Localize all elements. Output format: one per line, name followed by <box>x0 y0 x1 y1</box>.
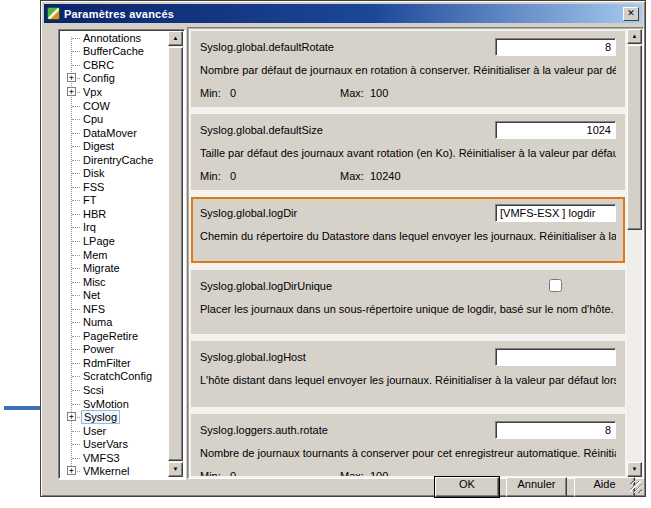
tree-item-uservars[interactable]: UserVars <box>59 437 168 451</box>
tree-item-label[interactable]: FSS <box>81 181 106 193</box>
min-label: Min: <box>200 470 230 476</box>
tree-item-label[interactable]: Misc <box>81 276 108 288</box>
setting-value-input[interactable] <box>495 348 616 366</box>
tree-item-label[interactable]: HBR <box>81 208 108 220</box>
tree-item-label[interactable]: Cpu <box>81 113 105 125</box>
tree-item-label[interactable]: Scsi <box>81 384 106 396</box>
tree-item-migrate[interactable]: Migrate <box>59 261 168 275</box>
tree-item-label[interactable]: Syslog <box>81 410 120 424</box>
tree-item-digest[interactable]: Digest <box>59 139 168 153</box>
setting-name: Syslog.global.logDir <box>200 204 297 219</box>
tree-item-vmkernel[interactable]: + VMkernel <box>59 465 168 478</box>
tree-item-direntrycache[interactable]: DirentryCache <box>59 153 168 167</box>
setting-minmax: Min: 0 Max: 10240 <box>200 170 616 182</box>
tree-item-datamover[interactable]: DataMover <box>59 126 168 140</box>
scroll-down-icon[interactable]: ▼ <box>168 462 183 477</box>
tree-item-annotations[interactable]: Annotations <box>59 31 168 45</box>
tree-item-rdmfilter[interactable]: RdmFilter <box>59 356 168 370</box>
tree-item-label[interactable]: Config <box>81 72 117 84</box>
max-label: Max: <box>340 470 370 476</box>
tree-item-scratchconfig[interactable]: ScratchConfig <box>59 370 168 384</box>
dialog-titlebar[interactable]: Paramètres avancés ✕ <box>44 4 642 23</box>
tree-scrollbar[interactable]: ▲ ▼ <box>168 31 183 477</box>
tree-item-label[interactable]: Disk <box>81 167 106 179</box>
help-button[interactable]: Aide <box>574 477 635 497</box>
scroll-down-icon[interactable]: ▼ <box>627 462 642 477</box>
setting-value-input[interactable] <box>495 204 616 222</box>
tree-item-hbr[interactable]: HBR <box>59 207 168 221</box>
tree-item-config[interactable]: + Config <box>59 72 168 86</box>
tree-item-vmfs3[interactable]: VMFS3 <box>59 451 168 465</box>
tree-item-label[interactable]: VMkernel <box>81 465 131 477</box>
scroll-up-icon[interactable]: ▲ <box>627 29 642 44</box>
tree-item-label[interactable]: Irq <box>81 221 98 233</box>
tree-item-label[interactable]: Numa <box>81 316 114 328</box>
setting-name: Syslog.global.defaultRotate <box>200 38 334 53</box>
tree-item-label[interactable]: UserVars <box>81 438 130 450</box>
setting-value-input[interactable] <box>495 38 616 56</box>
expand-plus-icon[interactable]: + <box>67 73 76 82</box>
setting-name: Syslog.loggers.auth.rotate <box>200 421 328 436</box>
tree-item-net[interactable]: Net <box>59 288 168 302</box>
tree-item-scsi[interactable]: Scsi <box>59 383 168 397</box>
setting-value-input[interactable] <box>495 421 616 439</box>
tree-item-ft[interactable]: FT <box>59 194 168 208</box>
panel-scrollbar[interactable]: ▲ ▼ <box>627 29 642 477</box>
tree-item-svmotion[interactable]: SvMotion <box>59 397 168 411</box>
tree-item-label[interactable]: Power <box>81 343 116 355</box>
tree-item-label[interactable]: SvMotion <box>81 398 131 410</box>
tree-item-label[interactable]: BufferCache <box>81 45 146 57</box>
tree-item-misc[interactable]: Misc <box>59 275 168 289</box>
tree-item-label[interactable]: CBRC <box>81 59 116 71</box>
tree-item-label[interactable]: DataMover <box>81 127 139 139</box>
tree-item-nfs[interactable]: NFS <box>59 302 168 316</box>
tree-item-label[interactable]: PageRetire <box>81 330 140 342</box>
close-icon[interactable]: ✕ <box>623 7 639 21</box>
tree-item-cpu[interactable]: Cpu <box>59 112 168 126</box>
tree-item-label[interactable]: FT <box>81 194 98 206</box>
tree-item-pageretire[interactable]: PageRetire <box>59 329 168 343</box>
tree-item-cbrc[interactable]: CBRC <box>59 58 168 72</box>
tree-item-label[interactable]: User <box>81 425 108 437</box>
tree-item-user[interactable]: User <box>59 424 168 438</box>
tree-item-label[interactable]: COW <box>81 100 112 112</box>
expand-plus-icon[interactable]: + <box>67 466 76 475</box>
tree-item-label[interactable]: DirentryCache <box>81 154 155 166</box>
tree-item-label[interactable]: VMFS3 <box>81 452 122 464</box>
expand-plus-icon[interactable]: + <box>67 412 76 421</box>
setting-minmax: Min: 0 Max: 100 <box>200 470 616 476</box>
tree-item-lpage[interactable]: LPage <box>59 234 168 248</box>
tree-item-power[interactable]: Power <box>59 343 168 357</box>
tree-item-cow[interactable]: COW <box>59 99 168 113</box>
tree-scrollbar-thumb[interactable] <box>168 47 183 461</box>
setting-description: Chemin du répertoire du Datastore dans l… <box>200 230 616 243</box>
tree-item-label[interactable]: RdmFilter <box>81 357 133 369</box>
resize-grip[interactable] <box>630 481 642 493</box>
setting-value-input[interactable] <box>495 121 616 139</box>
setting-description: Nombre par défaut de journaux en rotatio… <box>200 64 616 77</box>
tree-item-label[interactable]: Migrate <box>81 262 122 274</box>
ok-button[interactable]: OK <box>435 477 499 497</box>
tree-item-fss[interactable]: FSS <box>59 180 168 194</box>
cancel-button[interactable]: Annuler <box>506 477 567 497</box>
scroll-up-icon[interactable]: ▲ <box>168 31 183 46</box>
tree-item-label[interactable]: NFS <box>81 303 107 315</box>
tree-item-irq[interactable]: Irq <box>59 221 168 235</box>
tree-item-label[interactable]: Net <box>81 289 102 301</box>
tree-item-disk[interactable]: Disk <box>59 166 168 180</box>
tree-item-label[interactable]: Digest <box>81 140 116 152</box>
expand-plus-icon[interactable]: + <box>67 87 76 96</box>
tree-item-label[interactable]: Vpx <box>81 86 104 98</box>
tree-item-label[interactable]: Annotations <box>81 32 143 44</box>
panel-scrollbar-thumb[interactable] <box>627 45 642 230</box>
tree-item-syslog[interactable]: + Syslog <box>59 410 168 424</box>
tree-item-buffercache[interactable]: BufferCache <box>59 45 168 59</box>
tree-item-label[interactable]: LPage <box>81 235 117 247</box>
tree-item-numa[interactable]: Numa <box>59 315 168 329</box>
tree-item-mem[interactable]: Mem <box>59 248 168 262</box>
tree-item-label[interactable]: ScratchConfig <box>81 370 154 382</box>
setting-checkbox[interactable] <box>549 279 562 292</box>
max-value: 100 <box>370 470 384 476</box>
tree-item-vpx[interactable]: + Vpx <box>59 85 168 99</box>
tree-item-label[interactable]: Mem <box>81 249 109 261</box>
